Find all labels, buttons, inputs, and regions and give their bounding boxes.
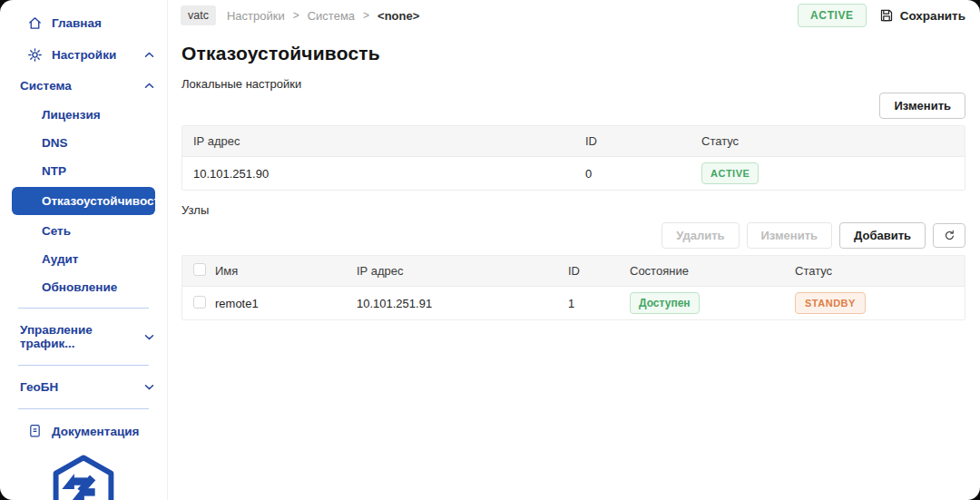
refresh-button[interactable] [933,223,965,248]
app-window: Главная Настройки Система Лицензия DNS N… [0,0,980,500]
topbar: vatc Настройки > Система > <none> ACTIVE… [168,0,980,31]
breadcrumb-separator: > [293,9,299,22]
refresh-icon [943,229,956,242]
table-header-row: IP адрес ID Статус [182,126,965,156]
sidebar-item-label: DNS [42,136,68,150]
topbar-actions: ACTIVE Сохранить [798,4,965,27]
sidebar-item-audit[interactable]: Аудит [0,245,167,273]
column-header-status: Статус [795,264,965,278]
sidebar-item-dns[interactable]: DNS [0,129,167,157]
sidebar-item-license[interactable]: Лицензия [0,101,167,129]
column-header-name: Имя [215,264,357,278]
cell-state: Доступен [630,292,795,314]
chevron-up-icon [144,52,154,58]
sidebar-nav: Главная Настройки Система Лицензия DNS N… [0,7,167,446]
table-row[interactable]: remote1 10.101.251.91 1 Доступен STANDBY [182,286,965,319]
breadcrumb-separator: > [363,9,369,22]
status-badge: ACTIVE [798,4,867,27]
select-all-checkbox[interactable] [193,263,206,276]
page-title: Отказоустойчивость [181,43,965,64]
delete-node-button[interactable]: Удалить [662,222,739,249]
column-header-state: Состояние [630,264,795,278]
sidebar: Главная Настройки Система Лицензия DNS N… [0,0,168,500]
sidebar-item-label: Настройки [52,48,116,62]
row-checkbox[interactable] [193,296,206,309]
sidebar-item-ntp[interactable]: NTP [0,157,167,185]
sidebar-divider [18,408,149,409]
logo-container [0,446,167,500]
sidebar-item-failover[interactable]: Отказоустойчивость [12,187,155,215]
breadcrumb-system[interactable]: Система [308,9,355,23]
sidebar-item-label: Лицензия [42,108,101,122]
sidebar-divider [18,365,149,366]
nodes-table: Имя IP адрес ID Состояние Статус remote1… [181,255,965,320]
local-settings-actions: Изменить [181,93,965,119]
select-all-cell [193,263,215,279]
sidebar-item-label: ГеоБН [20,380,58,394]
column-header-ip: IP адрес [357,264,568,278]
select-cell [193,296,215,311]
cell-ip: 10.101.251.90 [193,167,585,181]
column-header-id: ID [585,134,701,148]
local-settings-table: IP адрес ID Статус 10.101.251.90 0 ACTIV… [181,125,965,191]
breadcrumb-settings[interactable]: Настройки [227,9,285,23]
save-button-label: Сохранить [900,9,965,23]
home-icon [27,15,43,31]
table-header-row: Имя IP адрес ID Состояние Статус [182,256,965,286]
cell-id: 1 [568,297,630,310]
nodes-label: Узлы [181,203,965,217]
sidebar-item-label: Документация [52,425,139,438]
edit-local-button[interactable]: Изменить [879,93,965,119]
page-content: Отказоустойчивость Локальные настройки И… [168,31,980,500]
sidebar-item-label: Отказоустойчивость [42,194,167,208]
sidebar-item-label: Обновление [42,280,117,294]
cell-status: ACTIVE [701,162,965,184]
floppy-disk-icon [879,8,894,23]
breadcrumb-current: <none> [377,9,419,23]
column-header-status: Статус [701,134,965,148]
sidebar-item-system[interactable]: Система [0,71,167,101]
sidebar-item-label: Управление трафик... [20,323,135,350]
sidebar-item-home[interactable]: Главная [0,7,167,39]
main-area: vatc Настройки > Система > <none> ACTIVE… [168,0,980,500]
sidebar-divider [18,308,149,309]
available-state-badge: Доступен [630,292,700,314]
gear-icon [27,47,43,63]
chevron-up-icon [144,83,154,89]
environment-chip: vatc [181,5,216,25]
hexagon-arrows-logo [49,452,118,500]
active-status-badge: ACTIVE [701,162,759,184]
sidebar-item-label: Аудит [42,252,78,266]
column-header-id: ID [568,264,630,278]
table-row[interactable]: 10.101.251.90 0 ACTIVE [182,156,965,190]
chevron-down-icon [144,334,154,340]
cell-name: remote1 [215,297,357,310]
cell-id: 0 [585,167,701,181]
standby-status-badge: STANDBY [795,292,866,314]
add-node-button[interactable]: Добавить [839,222,926,249]
chevron-down-icon [144,384,154,390]
sidebar-item-label: NTP [42,164,66,178]
cell-ip: 10.101.251.91 [357,297,568,310]
sidebar-item-traffic-management[interactable]: Управление трафик... [0,315,167,358]
cell-status: STANDBY [795,292,965,314]
column-header-ip: IP адрес [193,134,585,148]
sidebar-item-label: Сеть [42,224,71,238]
edit-node-button[interactable]: Изменить [747,222,833,249]
sidebar-item-documentation[interactable]: Документация [0,416,167,446]
documentation-icon [27,424,43,438]
sidebar-item-network[interactable]: Сеть [0,217,167,245]
nodes-actions: Удалить Изменить Добавить [181,222,965,249]
sidebar-item-geo[interactable]: ГеоБН [0,372,167,402]
sidebar-item-update[interactable]: Обновление [0,273,167,301]
sidebar-item-label: Система [20,79,72,93]
local-settings-label: Локальные настройки [181,77,965,91]
save-button[interactable]: Сохранить [879,8,965,23]
screen: Главная Настройки Система Лицензия DNS N… [0,0,980,500]
sidebar-item-label: Главная [52,16,102,30]
sidebar-item-settings[interactable]: Настройки [0,39,167,71]
